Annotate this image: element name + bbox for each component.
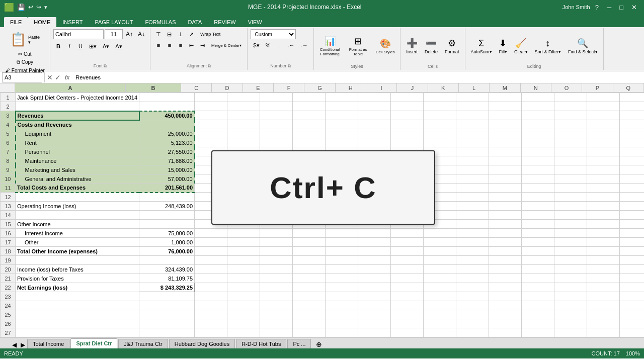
increase-decimal-button[interactable]: .→	[298, 40, 310, 50]
col-header-q[interactable]: Q	[613, 83, 644, 92]
cell-M12[interactable]	[522, 193, 554, 202]
cell-L25[interactable]	[489, 310, 522, 319]
cell-E3[interactable]	[260, 111, 293, 120]
cell-E21[interactable]	[260, 274, 293, 283]
cell-M14[interactable]	[522, 211, 554, 220]
cell-G22[interactable]	[326, 283, 358, 292]
cell-a23[interactable]	[16, 292, 139, 301]
cell-P11[interactable]	[620, 184, 644, 193]
fill-color-button[interactable]: A▾	[100, 41, 112, 51]
cell-E26[interactable]	[260, 319, 293, 328]
cell-K1[interactable]	[456, 93, 489, 102]
cell-M22[interactable]	[522, 283, 554, 292]
cell-G17[interactable]	[326, 238, 358, 247]
cell-O15[interactable]	[587, 220, 620, 229]
tab-insert[interactable]: INSERT	[56, 17, 89, 27]
cell-b27[interactable]	[139, 328, 195, 337]
cell-P23[interactable]	[620, 292, 644, 301]
cell-F27[interactable]	[293, 328, 326, 337]
cell-b15[interactable]	[139, 220, 195, 229]
sheet-tab-hubbard[interactable]: Hubbard Dog Goodies	[169, 339, 235, 348]
cell-I19[interactable]	[391, 256, 424, 265]
cell-P6[interactable]	[620, 138, 644, 147]
cell-C27[interactable]	[195, 328, 227, 337]
cell-K11[interactable]	[456, 184, 489, 193]
cell-J5[interactable]	[424, 129, 456, 138]
cell-N15[interactable]	[554, 220, 587, 229]
cell-G27[interactable]	[326, 328, 358, 337]
cell-F4[interactable]	[293, 120, 326, 129]
percent-button[interactable]: %	[263, 40, 273, 50]
cell-N26[interactable]	[554, 319, 587, 328]
cell-J22[interactable]	[424, 283, 456, 292]
cell-F22[interactable]	[293, 283, 326, 292]
decrease-font-button[interactable]: A↓	[136, 30, 147, 39]
cell-b1[interactable]	[139, 93, 195, 102]
cell-D26[interactable]	[227, 319, 260, 328]
cell-P21[interactable]	[620, 274, 644, 283]
cell-O26[interactable]	[587, 319, 620, 328]
cut-button[interactable]: ✂ Cut	[3, 50, 47, 58]
cell-C21[interactable]	[195, 274, 227, 283]
cell-P15[interactable]	[620, 220, 644, 229]
close-button[interactable]: ✕	[628, 3, 640, 12]
cell-L12[interactable]	[489, 193, 522, 202]
cell-D4[interactable]	[227, 120, 260, 129]
col-header-k[interactable]: K	[428, 83, 459, 92]
cell-P24[interactable]	[620, 301, 644, 310]
cell-a12[interactable]	[16, 193, 139, 202]
cell-a14[interactable]	[16, 211, 139, 220]
cell-a21[interactable]: Provision for Taxes	[16, 274, 139, 283]
quick-access-undo[interactable]: ↩	[28, 4, 33, 11]
cell-J6[interactable]	[424, 138, 456, 147]
cell-H1[interactable]	[358, 93, 391, 102]
col-header-c[interactable]: C	[181, 83, 212, 92]
cell-H4[interactable]	[358, 120, 391, 129]
cell-a7[interactable]: Personnel	[16, 147, 139, 156]
cell-E17[interactable]	[260, 238, 293, 247]
cell-H25[interactable]	[358, 310, 391, 319]
cell-C17[interactable]	[195, 238, 227, 247]
cell-D21[interactable]	[227, 274, 260, 283]
cell-a2[interactable]	[16, 102, 139, 111]
cell-N9[interactable]	[554, 165, 587, 174]
cell-G25[interactable]	[326, 310, 358, 319]
cell-L21[interactable]	[489, 274, 522, 283]
cell-a4[interactable]: Costs and Revenues	[16, 120, 139, 129]
col-header-b[interactable]: B	[126, 83, 181, 92]
format-as-table-button[interactable]: ⊞ Format as Table	[345, 34, 371, 58]
cell-b6[interactable]: 5,123.00	[139, 138, 195, 147]
name-box[interactable]	[2, 72, 42, 82]
cell-I26[interactable]	[391, 319, 424, 328]
cell-N18[interactable]	[554, 247, 587, 256]
cell-K22[interactable]	[456, 283, 489, 292]
cell-G5[interactable]	[326, 129, 358, 138]
cell-C20[interactable]	[195, 265, 227, 274]
align-middle-button[interactable]: ⊟	[165, 29, 175, 39]
col-header-n[interactable]: N	[521, 83, 551, 92]
cell-O25[interactable]	[587, 310, 620, 319]
cell-E25[interactable]	[260, 310, 293, 319]
cell-N25[interactable]	[554, 310, 587, 319]
col-header-m[interactable]: M	[490, 83, 520, 92]
cell-M17[interactable]	[522, 238, 554, 247]
delete-button[interactable]: ➖ Delete	[422, 36, 440, 56]
cell-M13[interactable]	[522, 202, 554, 211]
cell-E6[interactable]	[260, 138, 293, 147]
cell-J26[interactable]	[424, 319, 456, 328]
cell-C16[interactable]	[195, 229, 227, 238]
cell-P5[interactable]	[620, 129, 644, 138]
cell-K23[interactable]	[456, 292, 489, 301]
cell-L7[interactable]	[489, 147, 522, 156]
cell-G4[interactable]	[326, 120, 358, 129]
cell-b17[interactable]: 1,000.00	[139, 238, 195, 247]
cell-N24[interactable]	[554, 301, 587, 310]
cell-N2[interactable]	[554, 102, 587, 111]
cell-G21[interactable]	[326, 274, 358, 283]
cell-F3[interactable]	[293, 111, 326, 120]
cell-K12[interactable]	[456, 193, 489, 202]
cell-a8[interactable]: Maintenance	[16, 156, 139, 165]
cell-M15[interactable]	[522, 220, 554, 229]
cell-I25[interactable]	[391, 310, 424, 319]
cell-a19[interactable]	[16, 256, 139, 265]
